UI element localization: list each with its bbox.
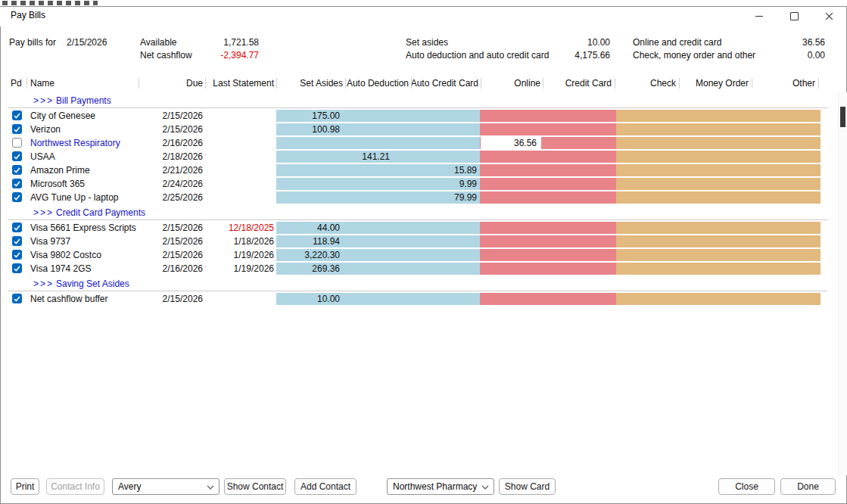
column-header-auto-credit-card[interactable]: Auto Credit Card: [403, 76, 478, 91]
net-cashflow-label: Net cashflow: [140, 51, 192, 61]
paid-checkbox-unchecked[interactable]: [12, 138, 22, 148]
payment-band-red: [480, 151, 616, 163]
payee-name[interactable]: Verizon: [30, 123, 61, 136]
column-header-name[interactable]: Name: [30, 76, 129, 91]
paid-checkbox-checked[interactable]: [12, 250, 22, 260]
amount-set-asides[interactable]: 100.98: [279, 123, 340, 136]
table-row: AVG Tune Up - laptop2/25/202679.99: [0, 191, 847, 204]
payment-band-tan: [616, 110, 821, 122]
amount-auto-credit-card[interactable]: 79.99: [413, 191, 477, 204]
payee-name[interactable]: USAA: [30, 150, 55, 163]
add-contact-button[interactable]: Add Contact: [294, 478, 357, 495]
due-date: 2/15/2026: [142, 235, 203, 248]
table-row: Visa 97372/15/20261/18/2026118.94: [0, 235, 847, 248]
check-icon: [14, 238, 20, 244]
column-header-money-order[interactable]: Money Order: [689, 76, 749, 91]
column-separator: [276, 78, 277, 89]
amount-set-asides[interactable]: 44.00: [279, 221, 340, 235]
payment-band-red: [480, 164, 616, 176]
due-date: 2/15/2026: [142, 123, 203, 136]
amount-set-asides[interactable]: 175.00: [279, 109, 340, 123]
close-button-footer[interactable]: Close: [718, 478, 775, 495]
paid-checkbox-checked[interactable]: [12, 151, 22, 161]
chevron-down-icon: [207, 485, 214, 490]
paid-checkbox-checked[interactable]: [12, 179, 22, 188]
column-header-row: PdNameDueLast StatementSet AsidesAuto De…: [0, 76, 836, 91]
column-header-due[interactable]: Due: [150, 76, 203, 91]
check-icon: [14, 181, 20, 187]
paid-checkbox-checked[interactable]: [12, 294, 22, 303]
table-row: Visa 9802 Costco2/15/20261/19/20263,220.…: [0, 248, 847, 262]
column-separator: [818, 78, 819, 89]
check-icon: [14, 296, 20, 302]
payee-name[interactable]: AVG Tune Up - laptop: [30, 191, 119, 204]
column-header-other[interactable]: Other: [774, 76, 815, 91]
show-contact-button[interactable]: Show Contact: [224, 478, 286, 495]
section-title: Credit Card Payments: [56, 204, 145, 221]
maximize-button[interactable]: [777, 7, 811, 25]
paid-checkbox-checked[interactable]: [12, 192, 22, 202]
payee-name[interactable]: Visa 9737: [30, 235, 70, 248]
scrollbar-track[interactable]: [838, 92, 847, 475]
table-row: Verizon2/15/2026100.98: [0, 123, 847, 136]
amount-set-asides[interactable]: 118.94: [279, 235, 340, 248]
amount-auto-credit-card[interactable]: 15.89: [413, 163, 477, 177]
table-row: Amazon Prime2/21/202615.89: [0, 163, 847, 177]
paid-checkbox-checked[interactable]: [12, 165, 22, 175]
column-header-auto-deduction[interactable]: Auto Deduction: [341, 76, 409, 91]
due-date: 2/21/2026: [142, 163, 203, 177]
payment-band-red: [480, 293, 616, 305]
payee-name[interactable]: Amazon Prime: [30, 163, 90, 177]
paid-checkbox-checked[interactable]: [12, 222, 22, 232]
paid-checkbox-checked[interactable]: [12, 263, 22, 273]
amount-auto-credit-card[interactable]: 9.99: [413, 177, 477, 191]
contact-info-button[interactable]: Contact Info: [46, 478, 104, 495]
show-card-button[interactable]: Show Card: [499, 478, 556, 495]
column-header-online[interactable]: Online: [492, 76, 540, 91]
payment-band-blue: [276, 137, 480, 149]
payee-name[interactable]: Visa 5661 Express Scripts: [30, 221, 136, 235]
column-header-check[interactable]: Check: [635, 76, 676, 91]
amount-set-asides[interactable]: 269.36: [279, 262, 340, 275]
minimize-button[interactable]: [742, 7, 777, 25]
contact-select[interactable]: Avery: [112, 478, 220, 495]
check-icon: [14, 167, 20, 173]
section-rule: [8, 107, 827, 108]
payment-band-tan: [616, 191, 821, 204]
due-date: 2/25/2026: [142, 191, 203, 204]
column-header-last-statement[interactable]: Last Statement: [204, 76, 274, 91]
paid-checkbox-checked[interactable]: [12, 236, 22, 246]
check-icon: [14, 225, 20, 231]
payment-band-tan: [616, 249, 821, 261]
card-select[interactable]: Northwest Pharmacy: [387, 478, 494, 495]
payment-band-tan: [616, 137, 821, 149]
amount-online[interactable]: 36.56: [480, 136, 537, 150]
payment-band-red: [480, 235, 616, 247]
payee-name[interactable]: City of Genesee: [30, 109, 95, 123]
done-button[interactable]: Done: [780, 478, 836, 495]
payee-name[interactable]: Microsoft 365: [30, 177, 85, 191]
net-cashflow-value: -2,394.77: [189, 51, 259, 61]
payment-band-tan: [616, 293, 821, 305]
payee-name[interactable]: Net cashflow buffer: [30, 292, 108, 306]
clipped-background-window: [2, 1, 98, 5]
column-header-set-asides[interactable]: Set Asides: [276, 76, 343, 91]
column-header-pd[interactable]: Pd: [11, 76, 27, 91]
paid-checkbox-checked[interactable]: [12, 110, 22, 120]
print-button[interactable]: Print: [11, 478, 39, 495]
paid-checkbox-checked[interactable]: [12, 124, 22, 134]
due-date: 2/15/2026: [142, 248, 203, 262]
payee-name[interactable]: Visa 9802 Costco: [30, 248, 101, 262]
amount-set-asides[interactable]: 3,220.30: [279, 248, 340, 262]
payee-name[interactable]: Northwest Respiratory: [30, 136, 120, 150]
column-header-credit-card[interactable]: Credit Card: [556, 76, 612, 91]
check-icon: [14, 252, 20, 258]
amount-set-asides[interactable]: 10.00: [279, 292, 340, 306]
amount-auto-deduction[interactable]: 141.21: [327, 150, 390, 163]
close-button[interactable]: [811, 7, 846, 25]
payment-band-tan: [616, 235, 821, 247]
payee-name[interactable]: Visa 1974 2GS: [30, 262, 92, 275]
last-statement-date: 1/18/2026: [207, 235, 274, 248]
scrollbar-thumb[interactable]: [840, 107, 845, 127]
section-title: Bill Payments: [56, 92, 111, 109]
